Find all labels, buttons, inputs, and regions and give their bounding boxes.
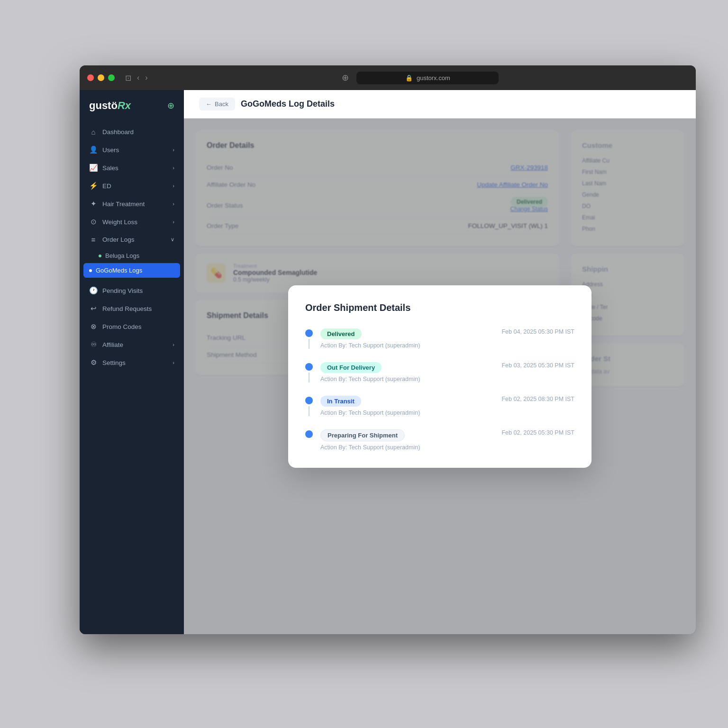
timeline-item-in-transit: In Transit Feb 02, 2025 08:30 PM IST Act… [305,396,574,429]
timeline-time-delivered: Feb 04, 2025 05:30 PM IST [501,328,574,335]
sidebar-item-label: Dashboard [102,128,134,136]
forward-nav-icon[interactable]: › [145,73,147,82]
timeline-line [309,406,309,416]
timeline-dot [305,363,313,371]
pending-visits-icon: 🕐 [89,286,98,295]
sidebar-item-label: Settings [102,359,126,366]
lock-icon: 🔒 [405,74,413,82]
maximize-button[interactable] [108,74,115,81]
timeline-time-in-transit: Feb 02, 2025 08:30 PM IST [501,396,574,402]
chevron-right-icon: › [173,219,174,225]
logo: gustöRx ⊕ [80,100,184,123]
chevron-right-icon: › [173,201,174,207]
sidebar-toggle-icon[interactable]: ⊡ [125,73,131,82]
timeline-item-delivered: Delivered Feb 04, 2025 05:30 PM IST Acti… [305,328,574,362]
sidebar-item-ed[interactable]: ⚡ ED › [80,177,184,195]
main-content: ← ← Back Back GoGoMeds Log Details Order… [184,90,696,634]
browser-content: gustöRx ⊕ ⌂ Dashboard 👤 Users › 📈 Sales … [80,90,696,634]
timeline-dot [305,397,313,404]
dot-icon [99,255,101,257]
timeline-line [309,373,309,382]
chevron-right-icon: › [173,183,174,189]
sidebar-item-beluga-logs[interactable]: Beluga Logs [80,248,184,263]
sidebar-item-label: Sales [102,164,118,172]
sidebar-item-affiliate[interactable]: ♾ Affiliate › [80,336,184,354]
sidebar-sub-item-label: GoGoMeds Logs [96,267,142,274]
timeline-time-preparing: Feb 02, 2025 05:30 PM IST [501,429,574,436]
sidebar-item-order-logs[interactable]: ≡ Order Logs ∨ [80,231,184,248]
dot-icon [89,269,92,272]
status-badge-preparing: Preparing For Shipment [320,429,405,441]
new-tab-button[interactable]: ⊕ [342,73,349,83]
timeline-action-in-transit: Action By: Tech Support (superadmin) [320,410,574,416]
promo-icon: ⊗ [89,322,98,331]
ed-icon: ⚡ [89,182,98,190]
url-bar[interactable]: 🔒 gustorx.com [356,72,499,84]
shipment-timeline: Delivered Feb 04, 2025 05:30 PM IST Acti… [305,328,574,451]
close-button[interactable] [87,74,94,81]
chevron-right-icon: › [173,165,174,171]
timeline-content: In Transit Feb 02, 2025 08:30 PM IST Act… [320,396,574,416]
back-nav-icon[interactable]: ‹ [137,73,139,82]
timeline-item-preparing: Preparing For Shipment Feb 02, 2025 05:3… [305,429,574,451]
sidebar-item-weight-loss[interactable]: ⊙ Weight Loss › [80,213,184,231]
sidebar-item-refund-requests[interactable]: ↩ Refund Requests [80,300,184,318]
sidebar-item-label: Promo Codes [102,323,142,330]
weight-loss-icon: ⊙ [89,218,98,226]
dashboard-icon: ⌂ [89,128,98,136]
order-logs-icon: ≡ [89,236,98,244]
logo-text: gustöRx [89,100,131,112]
settings-icon: ⚙ [89,358,98,367]
timeline-dot [305,430,313,438]
refund-icon: ↩ [89,304,98,313]
chevron-right-icon: › [173,147,174,153]
sidebar: gustöRx ⊕ ⌂ Dashboard 👤 Users › 📈 Sales … [80,90,184,634]
sidebar-item-label: Refund Requests [102,305,152,312]
back-arrow-icon: ← [206,100,212,108]
sidebar-sub-item-label: Beluga Logs [105,252,139,259]
sidebar-item-label: Pending Visits [102,287,143,294]
affiliate-icon: ♾ [89,340,98,349]
sidebar-item-gogomeds-logs[interactable]: GoGoMeds Logs [83,263,180,278]
sidebar-item-pending-visits[interactable]: 🕐 Pending Visits [80,282,184,300]
url-text: gustorx.com [417,74,450,82]
sidebar-item-label: Hair Treatment [102,200,145,208]
timeline-action-preparing: Action By: Tech Support (superadmin) [320,444,574,451]
sidebar-item-promo-codes[interactable]: ⊗ Promo Codes [80,318,184,336]
chevron-right-icon: › [173,342,174,347]
mac-window: ⊡ ‹ › ⊕ 🔒 gustorx.com gustöRx ⊕ ⌂ Dashbo… [80,65,696,634]
sidebar-item-dashboard[interactable]: ⌂ Dashboard [80,123,184,141]
sidebar-item-settings[interactable]: ⚙ Settings › [80,354,184,372]
minimize-button[interactable] [98,74,104,81]
notification-icon[interactable]: ⊕ [167,100,174,111]
modal-overlay[interactable]: Order Shipment Details Deliv [184,118,696,634]
address-bar: ⊕ 🔒 gustorx.com [153,72,688,84]
sales-icon: 📈 [89,164,98,172]
users-icon: 👤 [89,146,98,154]
sidebar-item-label: Users [102,146,119,154]
timeline-content: Delivered Feb 04, 2025 05:30 PM IST Acti… [320,328,574,349]
timeline-dot [305,329,313,337]
sidebar-item-label: Affiliate [102,341,123,348]
timeline-content: Preparing For Shipment Feb 02, 2025 05:3… [320,429,574,451]
traffic-lights [87,74,115,81]
timeline-line [309,339,309,349]
timeline-content: Out For Delivery Feb 03, 2025 05:30 PM I… [320,362,574,382]
timeline-action-out-for-delivery: Action By: Tech Support (superadmin) [320,376,574,382]
hair-treatment-icon: ✦ [89,200,98,208]
sidebar-item-label: ED [102,182,111,190]
sidebar-item-hair-treatment[interactable]: ✦ Hair Treatment › [80,195,184,213]
sidebar-item-label: Weight Loss [102,218,137,226]
modal-title: Order Shipment Details [305,302,574,313]
status-badge-out-for-delivery: Out For Delivery [320,362,382,373]
status-badge-delivered: Delivered [320,328,362,339]
shipment-modal: Order Shipment Details Deliv [288,285,592,468]
timeline-action-delivered: Action By: Tech Support (superadmin) [320,342,574,349]
chevron-right-icon: › [173,360,174,365]
timeline-time-out-for-delivery: Feb 03, 2025 05:30 PM IST [501,362,574,369]
sidebar-item-sales[interactable]: 📈 Sales › [80,159,184,177]
chevron-down-icon: ∨ [171,237,174,243]
sidebar-item-users[interactable]: 👤 Users › [80,141,184,159]
back-button[interactable]: ← ← Back Back [199,98,235,110]
status-badge-in-transit: In Transit [320,396,361,407]
